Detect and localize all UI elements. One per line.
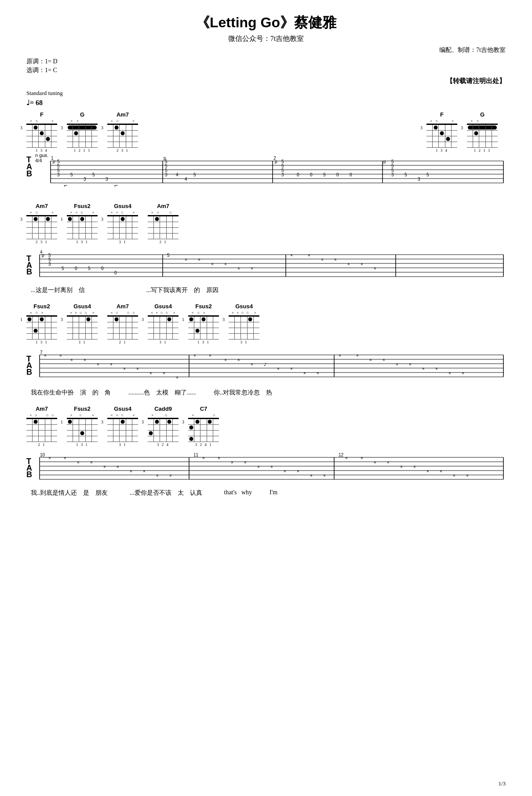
chord-G-2-fingers: 1 2 1 1	[467, 148, 498, 153]
verse1-chord-row: Am7 ×○× 3	[26, 203, 506, 244]
svg-text:×: ×	[270, 464, 273, 469]
svg-text:×: ×	[211, 262, 214, 267]
svg-text:×: ×	[117, 464, 119, 469]
svg-text:B: B	[26, 267, 32, 276]
svg-text:×: ×	[136, 366, 139, 371]
svg-text:7: 7	[40, 350, 43, 355]
svg-text:×: ×	[110, 362, 113, 367]
svg-text:⌐: ⌐	[64, 182, 67, 189]
svg-text:×: ×	[163, 371, 165, 376]
chord-Am7-1-fingers: 2 3 1	[107, 148, 138, 153]
svg-text:⌐: ⌐	[114, 182, 118, 189]
tuning-info: 原调：1= D 选调：1= C	[26, 58, 506, 74]
svg-text:×: ×	[369, 358, 372, 362]
chord-Am7-1-grid: 3	[107, 124, 138, 148]
svg-text:×: ×	[374, 266, 376, 271]
svg-text:×: ×	[231, 460, 233, 465]
svg-text:×: ×	[251, 266, 253, 271]
lyric-v3-1: 我..到底是情人还 是 朋友	[31, 489, 108, 497]
verse2-chord-row: Fsus2 ×○× 1	[26, 303, 506, 344]
svg-text:B: B	[26, 470, 32, 479]
svg-text:3: 3	[106, 177, 108, 182]
svg-text:×: ×	[224, 358, 227, 362]
svg-text:×: ×	[48, 456, 51, 460]
chord-Am7-v2: Am7 ×○○○	[107, 303, 138, 344]
lyric-2: ...写下我该离开 的 原因	[146, 286, 219, 294]
chord-Am7-v1-2: Am7 ×○○	[148, 203, 179, 244]
svg-text:×: ×	[310, 473, 313, 478]
svg-text:×: ×	[396, 362, 398, 367]
svg-text:×: ×	[466, 473, 469, 478]
svg-text:×: ×	[448, 371, 451, 376]
lyrics-verse1: ...这是一封离别 信 ...写下我该离开 的 原因	[26, 286, 506, 294]
chord-Fsus2-v1: Fsus2 ××○× 1	[67, 203, 98, 244]
svg-text:×: ×	[361, 262, 363, 267]
svg-text:0: 0	[114, 270, 117, 275]
svg-text:×: ×	[176, 375, 179, 380]
svg-text:×: ×	[284, 469, 286, 474]
reprint-notice: 【转载请注明出处】	[26, 77, 506, 85]
svg-text:×: ×	[70, 358, 73, 362]
svg-text:×: ×	[237, 358, 240, 362]
svg-text:×: ×	[290, 366, 293, 371]
svg-text:4/4: 4/4	[35, 158, 42, 163]
svg-text:×: ×	[185, 257, 187, 262]
chord-Fsus2-v2: Fsus2 ×○× 1	[26, 303, 57, 344]
svg-text:×: ×	[198, 257, 200, 262]
svg-text:×: ×	[308, 253, 310, 258]
svg-text:×: ×	[297, 469, 299, 474]
chord-F-grid: 3	[26, 124, 57, 148]
chord-G-2-strings: ××	[467, 118, 498, 124]
svg-text:11: 11	[193, 453, 199, 457]
lyric-v3-2: ...爱你是否不该 太 认真	[130, 489, 202, 497]
verse2-section: Fsus2 ×○× 1	[26, 303, 506, 397]
svg-text:×: ×	[97, 362, 99, 367]
chord-Gsus4-v2-3: Gsus4 ××○○× 3	[229, 303, 259, 344]
svg-text:3: 3	[281, 172, 284, 177]
svg-text:0: 0	[350, 172, 352, 177]
svg-text:×: ×	[383, 358, 385, 362]
lyrics-verse3: 我..到底是情人还 是 朋友 ...爱你是否不该 太 认真 that's why…	[26, 489, 506, 497]
svg-text:×: ×	[462, 371, 464, 376]
chord-F-2-strings: ×××	[426, 118, 457, 124]
lyric-v3-3: that's why	[224, 489, 252, 497]
svg-text:5: 5	[62, 266, 64, 271]
main-title: 《Letting Go》蔡健雅	[26, 13, 506, 33]
verse1-section: Am7 ×○× 3	[26, 203, 506, 294]
svg-text:𝅘𝅥𝅮: 𝅘𝅥𝅮	[264, 362, 266, 366]
svg-text:×: ×	[339, 353, 341, 358]
chord-G-2-grid: 3	[467, 124, 498, 148]
svg-text:×: ×	[440, 469, 442, 474]
tempo: ♩= 68	[26, 99, 506, 107]
intro-section: F ××× 3	[26, 111, 506, 194]
svg-text:5: 5	[88, 266, 91, 271]
chord-Am7-1-strings: ×○×	[107, 118, 138, 124]
lyric-v2-3: 你..对我常忽冷忽 热	[214, 389, 272, 397]
svg-text:×: ×	[64, 456, 66, 460]
svg-text:×: ×	[156, 473, 159, 478]
svg-text:×: ×	[224, 262, 227, 267]
svg-text:×: ×	[374, 460, 376, 465]
chord-G-1-fingers: 1 2 1 1	[67, 148, 98, 153]
svg-text:×: ×	[193, 353, 196, 358]
svg-text:×: ×	[202, 456, 205, 460]
svg-text:×: ×	[103, 464, 106, 469]
chord-F-name: F	[40, 111, 44, 118]
svg-text:×: ×	[453, 473, 455, 478]
chord-Am7-v3: Am7 ×○○○	[26, 405, 57, 447]
svg-text:3: 3	[57, 172, 60, 177]
subtitle: 微信公众号：7t吉他教室	[26, 34, 506, 44]
chord-G-2-name: G	[480, 111, 485, 118]
svg-text:×: ×	[413, 464, 416, 469]
svg-text:5: 5	[404, 172, 407, 177]
chord-Am7-1-name: Am7	[117, 111, 129, 118]
verse3-chord-row: Am7 ×○○○	[26, 405, 506, 447]
svg-text:×: ×	[84, 358, 86, 362]
chord-G-2: G ×× 3	[467, 111, 498, 153]
chord-C7: C7 ×○ 3	[188, 405, 219, 447]
svg-text:×: ×	[251, 362, 253, 367]
svg-text:×: ×	[347, 262, 350, 267]
svg-text:10: 10	[40, 453, 45, 457]
svg-text:12: 12	[339, 453, 344, 457]
standard-tuning-label: Standard tuning	[26, 90, 506, 97]
